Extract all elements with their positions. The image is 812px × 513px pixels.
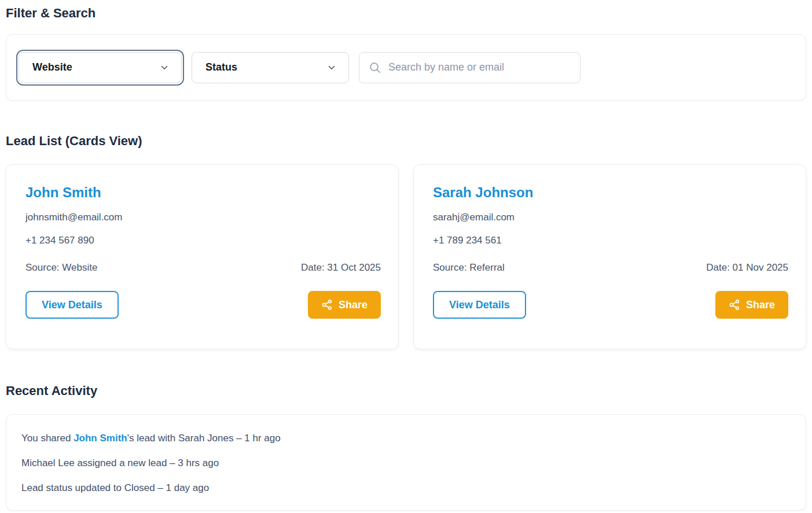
lead-card: John Smith johnsmith@email.com +1 234 56… xyxy=(6,164,399,349)
share-button[interactable]: Share xyxy=(308,291,381,319)
status-filter-value: Status xyxy=(205,61,237,73)
lead-list-heading: Lead List (Cards View) xyxy=(6,132,806,150)
search-icon xyxy=(369,61,381,74)
source-filter-value: Website xyxy=(32,61,72,73)
lead-phone: +1 789 234 561 xyxy=(433,235,788,246)
activity-item: You shared John Smith's lead with Sarah … xyxy=(21,432,791,445)
lead-card: Sarah Johnson sarahj@email.com +1 789 23… xyxy=(413,164,806,349)
share-network-icon xyxy=(321,299,333,311)
chevron-down-icon xyxy=(326,62,337,73)
share-button[interactable]: Share xyxy=(715,291,788,319)
lead-email: johnsmith@email.com xyxy=(25,212,381,223)
lead-email: sarahj@email.com xyxy=(433,212,788,223)
activity-text: 's lead with Sarah Jones – 1 hr ago xyxy=(127,433,281,444)
activity-item: Lead status updated to Closed – 1 day ag… xyxy=(21,482,791,494)
activity-item: Michael Lee assigned a new lead – 3 hrs … xyxy=(21,457,791,470)
share-network-icon xyxy=(729,299,740,311)
filter-panel: Website Status xyxy=(6,34,806,101)
share-button-label: Share xyxy=(746,299,775,311)
lead-meta-row: Source: Website Date: 31 Oct 2025 xyxy=(25,262,381,274)
recent-activity-heading: Recent Activity xyxy=(6,382,806,400)
view-details-button[interactable]: View Details xyxy=(433,291,526,319)
status-filter-select[interactable]: Status xyxy=(192,52,349,83)
filter-search-heading: Filter & Search xyxy=(6,5,806,22)
search-box xyxy=(359,52,580,83)
activity-text: You shared xyxy=(21,433,74,444)
recent-activity-panel: You shared John Smith's lead with Sarah … xyxy=(6,414,806,511)
share-button-label: Share xyxy=(339,299,368,311)
lead-name-link[interactable]: Sarah Johnson xyxy=(433,184,788,201)
activity-lead-link[interactable]: John Smith xyxy=(74,433,127,444)
lead-dashboard: Filter & Search Website Status Lead List… xyxy=(0,0,812,511)
lead-date: Date: 31 Oct 2025 xyxy=(301,262,381,274)
lead-cards-row: John Smith johnsmith@email.com +1 234 56… xyxy=(6,164,806,349)
chevron-down-icon xyxy=(159,62,170,73)
source-filter-select[interactable]: Website xyxy=(19,52,182,83)
lead-source: Source: Referral xyxy=(433,262,505,274)
lead-name-link[interactable]: John Smith xyxy=(25,184,381,201)
view-details-button[interactable]: View Details xyxy=(25,291,119,319)
lead-source: Source: Website xyxy=(25,262,97,274)
lead-actions-row: View Details Share xyxy=(25,291,381,319)
lead-actions-row: View Details Share xyxy=(433,291,788,319)
lead-phone: +1 234 567 890 xyxy=(25,235,381,246)
lead-meta-row: Source: Referral Date: 01 Nov 2025 xyxy=(433,262,788,274)
lead-date: Date: 01 Nov 2025 xyxy=(706,262,788,274)
search-input[interactable] xyxy=(387,61,571,74)
